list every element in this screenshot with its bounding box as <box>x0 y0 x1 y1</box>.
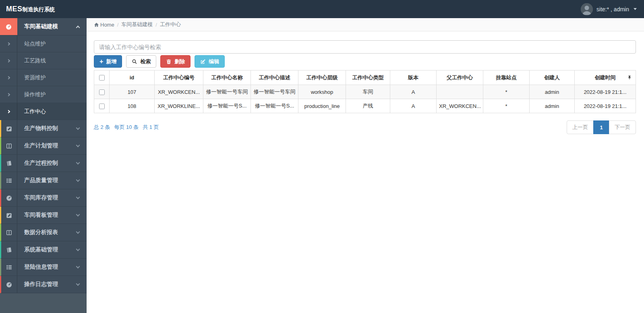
pagination-summary: 总 2 条 每页 10 条 共 1 页 <box>94 124 159 131</box>
dashboard-icon <box>1 276 17 293</box>
sidebar-group-system-basic-management[interactable]: 系统基础管理 <box>0 241 87 259</box>
chevron-down-icon <box>76 126 80 130</box>
prev-page-button[interactable]: 上一页 <box>567 120 594 134</box>
edit-button[interactable]: 编辑 <box>195 55 225 68</box>
cell-parent <box>437 85 483 99</box>
list-icon <box>1 259 17 276</box>
add-button[interactable]: + 新增 <box>94 55 122 68</box>
cell-name: 修一智能一号S... <box>203 99 251 113</box>
select-all-checkbox[interactable] <box>99 75 105 81</box>
delete-button[interactable]: 删除 <box>160 55 191 68</box>
chevron-right-icon <box>0 52 17 69</box>
pagination-bar: 总 2 条 每页 10 条 共 1 页 上一页 1 下一页 <box>94 120 636 134</box>
sidebar-item-operation-maintenance[interactable]: 操作维护 <box>0 86 87 103</box>
header-parent-work-center: 父工作中心 <box>437 70 483 85</box>
cell-creator: admin <box>530 99 575 113</box>
pin-icon[interactable] <box>627 75 632 80</box>
sidebar-item-label: 工艺路线 <box>17 57 87 64</box>
cell-station: * <box>483 85 530 99</box>
header-work-center-level: 工作中心层级 <box>298 70 346 85</box>
chevron-down-icon <box>76 160 80 164</box>
avatar <box>581 3 593 15</box>
chevron-right-icon <box>0 86 17 103</box>
user-label: site:* , admin <box>596 6 629 12</box>
table-row: 108 XR_WORKLINE... 修一智能一号S... 修一智能一号S...… <box>94 99 636 113</box>
chevron-down-icon <box>76 143 80 147</box>
search-icon <box>132 59 137 64</box>
sidebar-group-label: 系统基础管理 <box>17 246 77 253</box>
chevron-down-icon <box>76 195 80 199</box>
next-page-button[interactable]: 下一页 <box>609 120 636 134</box>
breadcrumb-home[interactable]: Home <box>94 22 114 28</box>
sidebar-item-site-maintenance[interactable]: 站点维护 <box>0 35 87 52</box>
sidebar-group-workshop-basic-modeling[interactable]: 车间基础建模 <box>0 18 87 35</box>
header-work-center-desc: 工作中心描述 <box>251 70 298 85</box>
sidebar-group-login-info-management[interactable]: 登陆信息管理 <box>0 259 87 276</box>
sidebar-group-label: 生产计划管理 <box>17 142 77 149</box>
header-created-time: 创建时间 <box>575 70 636 85</box>
cell-code: XR_WORKLINE... <box>155 99 203 113</box>
edit-icon <box>200 59 206 64</box>
search-input[interactable] <box>94 40 636 54</box>
columns-icon <box>1 224 17 241</box>
list-icon <box>1 172 17 189</box>
chevron-down-icon <box>76 178 80 182</box>
sidebar-group-workshop-kanban-management[interactable]: 车间看板管理 <box>0 207 87 224</box>
cell-level: production_line <box>298 99 346 113</box>
main-content: Home / 车间基础建模 / 工作中心 + 新增 检索 删除 <box>87 18 644 313</box>
sidebar: 车间基础建模 站点维护 工艺路线 资源维护 操作维护 工作中心 生产物料控制 <box>0 18 87 313</box>
sidebar-group-production-process-control[interactable]: 生产过程控制 <box>0 155 87 172</box>
cell-creator: admin <box>530 85 575 99</box>
sidebar-item-label: 操作维护 <box>17 91 87 98</box>
cell-parent: XR_WORKCEN... <box>437 99 483 113</box>
sidebar-group-label: 车间基础建模 <box>17 23 77 30</box>
cell-type: 产线 <box>346 99 390 113</box>
sidebar-group-label: 生产物料控制 <box>17 125 77 132</box>
header-version: 版本 <box>390 70 437 85</box>
cell-type: 车间 <box>346 85 390 99</box>
chevron-down-icon <box>76 282 80 286</box>
chevron-up-icon <box>76 25 80 29</box>
chevron-right-icon <box>0 103 17 120</box>
cell-id: 107 <box>110 85 155 99</box>
sidebar-group-operation-log-management[interactable]: 操作日志管理 <box>0 276 87 293</box>
sidebar-group-label: 产品质量管理 <box>17 177 77 184</box>
sidebar-group-production-plan-management[interactable]: 生产计划管理 <box>0 137 87 155</box>
page-count: 共 1 页 <box>143 124 159 131</box>
table-row: 107 XR_WORKCEN... 修一智能一号车间 修一智能一号车间 work… <box>94 85 636 99</box>
pager: 上一页 1 下一页 <box>567 120 636 134</box>
sidebar-group-data-analysis-reports[interactable]: 数据分析报表 <box>0 224 87 241</box>
sidebar-item-resource-maintenance[interactable]: 资源维护 <box>0 69 87 86</box>
app-logo-mes: MES <box>6 5 23 13</box>
cell-name: 修一智能一号车间 <box>203 85 251 99</box>
breadcrumb-section[interactable]: 车间基础建模 <box>121 21 153 28</box>
row-checkbox[interactable] <box>99 104 105 109</box>
top-navbar: MES 制造执行系统 site:* , admin <box>0 0 644 18</box>
cell-station: * <box>483 99 530 113</box>
breadcrumb-separator: / <box>155 22 157 28</box>
sidebar-group-label: 车间看板管理 <box>17 211 77 219</box>
search-button[interactable]: 检索 <box>126 55 156 68</box>
sidebar-item-process-route[interactable]: 工艺路线 <box>0 52 87 69</box>
chevron-down-icon <box>76 230 80 234</box>
sidebar-item-work-center[interactable]: 工作中心 <box>0 103 87 120</box>
book-icon <box>1 155 17 172</box>
sidebar-group-workshop-inventory-management[interactable]: 车间库存管理 <box>0 189 87 207</box>
row-checkbox[interactable] <box>99 89 105 95</box>
cell-created: 2022-08-19 21:1... <box>575 85 636 99</box>
work-center-table: id 工作中心编号 工作中心名称 工作中心描述 工作中心层级 工作中心类型 版本… <box>94 70 636 113</box>
cell-code: XR_WORKCEN... <box>155 85 203 99</box>
sidebar-group-product-quality-management[interactable]: 产品质量管理 <box>0 172 87 189</box>
home-icon <box>94 22 99 27</box>
sidebar-group-label: 数据分析报表 <box>17 229 77 236</box>
table-header-row: id 工作中心编号 工作中心名称 工作中心描述 工作中心层级 工作中心类型 版本… <box>94 70 636 85</box>
plus-icon: + <box>99 58 103 65</box>
sidebar-group-label: 登陆信息管理 <box>17 263 77 271</box>
page-1-button[interactable]: 1 <box>593 120 609 134</box>
header-work-center-type: 工作中心类型 <box>346 70 390 85</box>
user-menu[interactable]: site:* , admin <box>581 3 644 15</box>
total-count: 总 2 条 <box>94 124 110 131</box>
edit-icon <box>1 120 17 137</box>
sidebar-group-production-material-control[interactable]: 生产物料控制 <box>0 120 87 137</box>
app-logo[interactable]: MES 制造执行系统 <box>0 5 55 13</box>
